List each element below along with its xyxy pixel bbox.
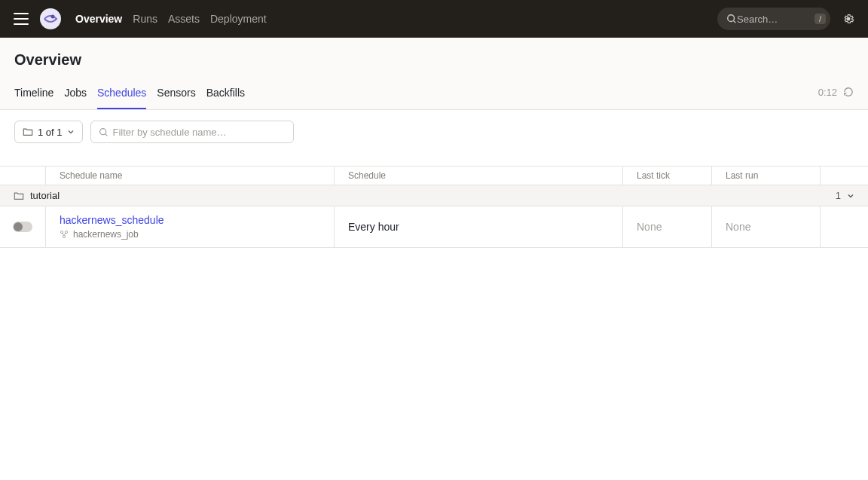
search-icon: [99, 127, 108, 137]
dagster-logo[interactable]: [39, 8, 62, 30]
tab-jobs[interactable]: Jobs: [64, 82, 87, 109]
job-icon: [60, 230, 69, 239]
svg-line-3: [734, 21, 736, 23]
schedule-toggle[interactable]: [13, 222, 32, 232]
svg-point-4: [99, 128, 105, 134]
nav-overview[interactable]: Overview: [75, 13, 122, 25]
col-header-last-tick: Last tick: [622, 167, 711, 185]
repository-selector[interactable]: 1 of 1: [14, 121, 83, 143]
folder-icon: [14, 191, 24, 201]
refresh-button[interactable]: [843, 87, 854, 97]
tab-timeline[interactable]: Timeline: [14, 82, 53, 109]
repository-group-count: 1: [836, 190, 841, 201]
svg-point-0: [40, 8, 61, 29]
search-input[interactable]: [737, 14, 805, 25]
schedule-job-link[interactable]: hackernews_job: [73, 229, 139, 240]
table-row: hackernews_schedule hackernews_job Every…: [0, 206, 868, 248]
page-tabs: Timeline Jobs Schedules Sensors Backfill…: [14, 82, 245, 109]
tab-backfills[interactable]: Backfills: [206, 82, 245, 109]
schedule-cadence: Every hour: [348, 221, 609, 233]
search-shortcut-badge: /: [815, 14, 826, 24]
settings-button[interactable]: [842, 13, 854, 25]
tab-sensors[interactable]: Sensors: [157, 82, 195, 109]
col-header-last-run: Last run: [711, 167, 820, 185]
repository-group-row[interactable]: tutorial 1: [0, 185, 868, 206]
schedule-last-tick: None: [637, 221, 698, 233]
chevron-down-icon: [67, 128, 75, 136]
schedule-last-run: None: [726, 221, 806, 233]
svg-point-8: [63, 235, 65, 237]
group-actions-menu[interactable]: [847, 192, 854, 200]
repository-group-name: tutorial: [30, 190, 60, 201]
col-header-name: Schedule name: [45, 167, 334, 185]
svg-line-5: [105, 133, 106, 135]
filter-input[interactable]: [113, 127, 286, 138]
top-nav: Overview Runs Assets Deployment: [75, 13, 267, 25]
tab-schedules[interactable]: Schedules: [97, 82, 146, 109]
global-search[interactable]: /: [717, 8, 830, 30]
search-icon: [726, 14, 737, 24]
nav-runs[interactable]: Runs: [133, 13, 157, 25]
menu-button[interactable]: [14, 13, 29, 25]
repository-selector-label: 1 of 1: [38, 127, 63, 138]
nav-deployment[interactable]: Deployment: [210, 13, 267, 25]
folder-icon: [23, 127, 33, 137]
refresh-countdown: 0:12: [818, 87, 837, 98]
svg-point-1: [51, 15, 55, 19]
schedule-name-link[interactable]: hackernews_schedule: [60, 214, 320, 226]
filter-wrapper: [90, 121, 294, 143]
col-header-schedule: Schedule: [334, 167, 622, 185]
nav-assets[interactable]: Assets: [168, 13, 200, 25]
svg-point-2: [728, 15, 735, 22]
page-title: Overview: [14, 51, 854, 69]
table-header: Schedule name Schedule Last tick Last ru…: [0, 166, 868, 185]
